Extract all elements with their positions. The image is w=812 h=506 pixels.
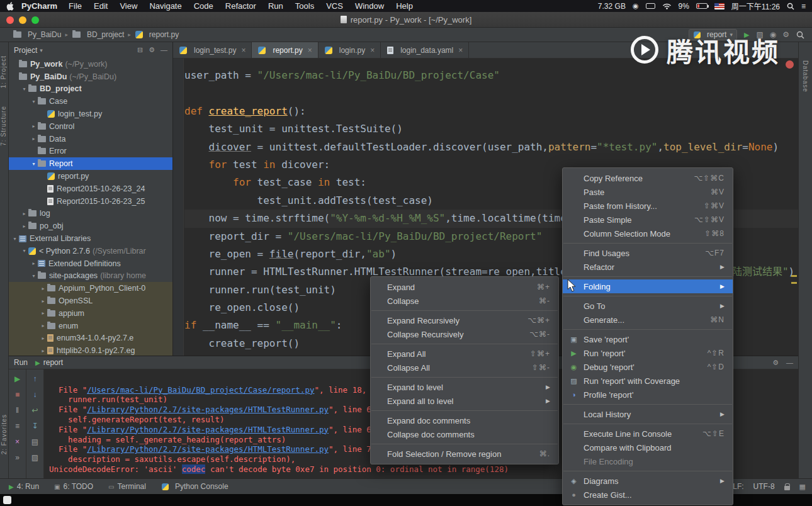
window-titlebar[interactable]: report.py - Py_work - [~/Py_work] [0, 12, 812, 28]
hide-panel-icon[interactable]: — [786, 359, 793, 367]
up-stack-trace-button[interactable]: ↑ [33, 375, 37, 383]
menubar-item-view[interactable]: View [120, 1, 137, 11]
close-tab-icon[interactable]: × [241, 46, 245, 55]
spotlight-icon[interactable] [787, 3, 794, 10]
menu-item-expand[interactable]: Expand⌘+ [371, 280, 558, 294]
menubar-item-vcs[interactable]: VCS [326, 1, 343, 11]
breadcrumb-report-py[interactable]: report.py [135, 30, 179, 39]
code-line[interactable] [184, 84, 798, 102]
menu-item-run-report-with-coverage[interactable]: ▨Run 'report' with Coverage [563, 374, 733, 388]
menu-item-collapse-recursively[interactable]: Collapse Recursively⌥⌘- [371, 327, 558, 341]
wifi-icon[interactable] [662, 3, 672, 9]
tree-item-site-packages[interactable]: ▾site-packages (library home [9, 270, 172, 283]
battery-icon[interactable] [696, 3, 708, 9]
tree-item-httplib2-0-9-1-py2-7-eg[interactable]: ▸httplib2-0.9.1-py2.7.eg [9, 344, 172, 356]
soft-wrap-button[interactable]: ↩ [31, 407, 38, 414]
line-separator-indicator[interactable]: LF: [733, 482, 743, 491]
statusbar-4-run[interactable]: ▶4: Run [9, 482, 39, 491]
kill-process-button[interactable]: × [15, 438, 20, 446]
expand-arrow-icon[interactable]: ▸ [40, 335, 47, 341]
menu-item-go-to[interactable]: Go To▶ [563, 299, 733, 313]
clear-console-button[interactable]: ▨ [31, 454, 38, 461]
editor-tab-login-data-yaml[interactable]: login_data.yaml× [381, 42, 469, 58]
expand-arrow-icon[interactable]: ▸ [21, 223, 28, 229]
menu-item-expand-all-to-level[interactable]: Expand all to level▶ [371, 394, 558, 408]
menu-item-profile-report[interactable]: ◑Profile 'report' [563, 388, 733, 402]
menu-item-expand-recursively[interactable]: Expand Recursively⌥⌘+ [371, 313, 558, 327]
more-actions-button[interactable]: » [15, 454, 20, 461]
notification-center-icon[interactable]: ≡ [801, 2, 806, 11]
menu-item-compare-with-clipboard[interactable]: Compare with Clipboard [563, 441, 733, 454]
zoom-window-button[interactable] [31, 16, 39, 24]
menu-item-fold-selection-remove-region[interactable]: Fold Selection / Remove region⌘. [371, 447, 558, 461]
statusbar-terminal[interactable]: ▭Terminal [108, 482, 146, 491]
tool-window-button-1-project[interactable]: 1: Project [0, 55, 7, 88]
menubar-item-tools[interactable]: Tools [295, 1, 314, 11]
close-window-button[interactable] [6, 16, 14, 24]
expand-arrow-icon[interactable]: ▸ [40, 286, 47, 291]
tool-window-button-database[interactable]: Database [802, 60, 809, 93]
code-line[interactable]: user_path = "/Users/mac-li/Py_BaiDu/BD_p… [184, 67, 798, 84]
expand-arrow-icon[interactable]: ▾ [11, 236, 18, 242]
tree-item-report[interactable]: ▾Report [9, 157, 172, 170]
menubar-item-edit[interactable]: Edit [94, 1, 108, 11]
menu-item-column-selection-mode[interactable]: Column Selection Mode⇧⌘8 [563, 227, 733, 240]
input-language-flag-icon[interactable] [714, 3, 725, 9]
close-tab-icon[interactable]: × [458, 46, 463, 55]
menu-item-refactor[interactable]: Refactor▶ [563, 260, 733, 274]
print-button[interactable]: ▤ [31, 438, 38, 446]
minimize-window-button[interactable] [19, 16, 26, 24]
project-panel-header[interactable]: Project ▾ ⊟⚙— [9, 42, 172, 58]
menu-item-expand-to-level[interactable]: Expand to level▶ [371, 380, 558, 394]
tree-item-case[interactable]: ▾Case [9, 95, 172, 108]
menu-item-expand-all[interactable]: Expand All⇧⌘+ [371, 347, 558, 361]
menubar-item-window[interactable]: Window [355, 1, 384, 11]
menu-item-generate[interactable]: Generate...⌘N [563, 313, 733, 327]
menu-item-collapse-doc-comments[interactable]: Collapse doc comments [371, 427, 558, 441]
collapse-all-icon[interactable]: ⊟ [137, 46, 143, 54]
menu-item-file-encoding[interactable]: File Encoding [563, 454, 733, 468]
down-stack-trace-button[interactable]: ↓ [33, 391, 37, 398]
expand-arrow-icon[interactable]: ▾ [30, 273, 37, 279]
menubar-item-code[interactable]: Code [194, 1, 213, 11]
breadcrumb-bd-project[interactable]: BD_project [72, 30, 124, 39]
code-line[interactable]: dicover = unittest.defaultTestLoader.dis… [184, 138, 798, 156]
coverage-icon[interactable]: ▨ [756, 30, 763, 39]
tree-item-login-test-py[interactable]: login_test.py [9, 108, 172, 120]
debug-icon[interactable]: ◉ [770, 30, 776, 39]
code-line[interactable]: def create_report(): [184, 103, 798, 120]
statusbar-6-todo[interactable]: ▣6: TODO [54, 482, 93, 491]
expand-arrow-icon[interactable]: ▸ [40, 298, 47, 304]
tree-item-external-libraries[interactable]: ▾External Libraries [9, 232, 172, 245]
menubar-item-file[interactable]: File [69, 1, 82, 11]
warning-stripe-mark[interactable] [791, 282, 797, 284]
settings-icon[interactable]: ⚙ [782, 30, 789, 39]
tree-item-appium-python-client-0[interactable]: ▸Appium_Python_Client-0 [9, 282, 172, 295]
menu-item-paste-simple[interactable]: Paste Simple⌥⇧⌘V [563, 213, 733, 227]
menu-item-expand-doc-comments[interactable]: Expand doc comments [371, 413, 558, 427]
menu-item-paste[interactable]: Paste⌘V [563, 185, 733, 199]
run-button[interactable]: ▶ [744, 31, 749, 39]
expand-arrow-icon[interactable]: ▾ [21, 248, 28, 254]
encoding-indicator[interactable]: UTF-8 [753, 482, 775, 491]
editor-tab-login-test-py[interactable]: login_test.py× [173, 42, 252, 58]
record-icon[interactable]: ◉ [633, 2, 639, 10]
menubar-item-help[interactable]: Help [396, 1, 413, 11]
menubar-item-navigate[interactable]: Navigate [149, 1, 181, 11]
view-options-button[interactable]: ≡ [15, 422, 20, 430]
expand-arrow-icon[interactable]: ▸ [40, 323, 47, 329]
expand-arrow-icon[interactable]: ▸ [30, 261, 37, 266]
menu-item-execute-line-in-console[interactable]: Execute Line in Console⌥⇧E [563, 427, 733, 441]
tree-item-bd-project[interactable]: ▾BD_project [9, 83, 172, 96]
expand-arrow-icon[interactable]: ▸ [30, 136, 37, 142]
tool-window-button-7-structure[interactable]: 7: Structure [0, 106, 7, 146]
tree-item-enum[interactable]: ▸enum [9, 320, 172, 332]
tree-item-python-2-7-6[interactable]: ▾< Python 2.7.6 (/System/Librar [9, 245, 172, 257]
run-panel-tab[interactable]: ▶ report [35, 358, 63, 367]
expand-arrow-icon[interactable]: ▾ [30, 161, 37, 167]
menubar-item-refactor[interactable]: Refactor [225, 1, 256, 11]
menu-item-copy-reference[interactable]: Copy Reference⌥⇧⌘C [563, 171, 733, 185]
tree-item-error[interactable]: Error [9, 145, 172, 158]
editor-gutter[interactable] [173, 59, 184, 356]
scroll-to-end-button[interactable]: ↧ [31, 422, 38, 430]
